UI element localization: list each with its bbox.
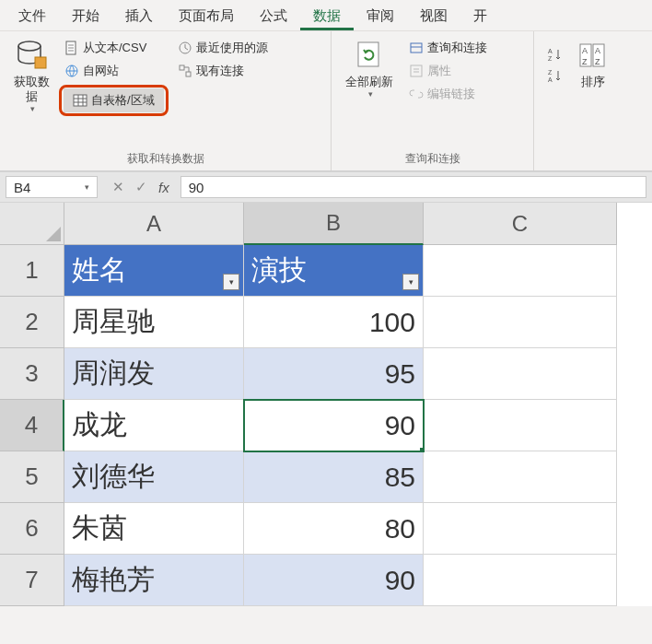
select-all-corner[interactable]	[0, 203, 64, 245]
cell-c5[interactable]	[424, 451, 617, 503]
cell-c1[interactable]	[424, 245, 617, 297]
fx-icon[interactable]: fx	[158, 180, 169, 195]
cell-c3[interactable]	[424, 348, 617, 400]
svg-point-0	[18, 41, 41, 51]
svg-text:A: A	[548, 48, 553, 54]
cell-c7[interactable]	[424, 555, 617, 606]
name-box-value: B4	[14, 180, 30, 195]
get-data-button[interactable]: 获取数 据 ▾	[6, 35, 57, 148]
table-header-score[interactable]: 演技 ▾	[244, 245, 424, 297]
cancel-icon[interactable]: ✕	[112, 179, 124, 195]
from-text-csv-label: 从文本/CSV	[83, 40, 146, 56]
tab-data[interactable]: 数据	[300, 0, 354, 30]
ribbon-group-queries: 全部刷新 ▾ 查询和连接 属性 编辑链接 查询和连接	[332, 31, 534, 170]
tab-review[interactable]: 审阅	[354, 0, 407, 30]
tab-view[interactable]: 视图	[407, 0, 460, 30]
refresh-all-label: 全部刷新	[345, 75, 393, 89]
from-web-label: 自网站	[83, 63, 119, 79]
formula-bar-row: B4 ▾ ✕ ✓ fx 90	[0, 171, 652, 203]
sort-desc-icon: ZA	[547, 68, 562, 83]
col-header-c[interactable]: C	[424, 203, 617, 245]
sort-button[interactable]: AZAZ 排序	[569, 35, 617, 164]
cell-a4[interactable]: 成龙	[64, 400, 244, 451]
row-header-5[interactable]: 5	[0, 451, 64, 503]
cell-a2[interactable]: 周星驰	[64, 297, 244, 348]
chevron-down-icon: ▾	[30, 104, 35, 113]
sort-asc-button[interactable]: AZ	[541, 44, 567, 64]
table-header-name-label: 姓名	[72, 252, 127, 289]
recent-sources-label: 最近使用的源	[196, 40, 268, 56]
chevron-down-icon[interactable]: ▾	[85, 182, 89, 192]
queries-connections-button[interactable]: 查询和连接	[403, 37, 493, 59]
row-header-4[interactable]: 4	[0, 400, 64, 451]
sort-label: 排序	[581, 75, 605, 89]
refresh-all-button[interactable]: 全部刷新 ▾	[337, 35, 402, 148]
recent-sources-button[interactable]: 最近使用的源	[172, 37, 274, 59]
group-get-transform-label: 获取和转换数据	[6, 148, 325, 170]
properties-button: 属性	[403, 60, 493, 82]
cell-a5[interactable]: 刘德华	[64, 451, 244, 503]
cell-b4[interactable]: 90	[244, 400, 424, 451]
ribbon: 获取数 据 ▾ 从文本/CSV 自网站 自表格/区域	[0, 31, 652, 171]
group-sort-label	[540, 164, 617, 170]
svg-text:A: A	[582, 46, 588, 55]
tab-insert[interactable]: 插入	[112, 0, 166, 30]
cell-b3[interactable]: 95	[244, 348, 424, 400]
tab-file[interactable]: 文件	[6, 0, 59, 30]
file-icon	[64, 41, 79, 55]
from-text-csv-button[interactable]: 从文本/CSV	[59, 37, 169, 59]
from-table-range-button[interactable]: 自表格/区域	[64, 88, 164, 112]
edit-links-label: 编辑链接	[427, 86, 475, 102]
enter-icon[interactable]: ✓	[135, 179, 147, 195]
name-box[interactable]: B4 ▾	[6, 176, 98, 198]
filter-dropdown-icon[interactable]: ▾	[223, 274, 239, 290]
tab-more[interactable]: 开	[460, 0, 500, 30]
svg-text:Z: Z	[548, 69, 553, 76]
cell-c6[interactable]	[424, 503, 617, 555]
svg-text:Z: Z	[582, 57, 588, 66]
svg-rect-9	[411, 43, 422, 53]
tab-layout[interactable]: 页面布局	[166, 0, 247, 30]
col-header-b[interactable]: B	[244, 203, 424, 245]
queries-connections-label: 查询和连接	[427, 40, 487, 56]
filter-dropdown-icon[interactable]: ▾	[402, 274, 419, 290]
row-header-6[interactable]: 6	[0, 503, 64, 555]
ribbon-group-sort: AZ ZA AZAZ 排序	[534, 31, 623, 170]
col-header-a[interactable]: A	[64, 203, 244, 245]
cell-a3[interactable]: 周润发	[64, 348, 244, 400]
properties-icon	[409, 64, 424, 78]
sort-asc-icon: AZ	[547, 47, 562, 62]
svg-text:Z: Z	[595, 57, 600, 66]
cell-b7[interactable]: 90	[244, 555, 424, 606]
row-header-3[interactable]: 3	[0, 348, 64, 400]
formula-bar-input[interactable]: 90	[180, 176, 646, 198]
tab-home[interactable]: 开始	[59, 0, 112, 30]
cell-b2[interactable]: 100	[244, 297, 424, 348]
table-icon	[73, 93, 87, 108]
svg-rect-6	[180, 65, 184, 70]
cell-b5[interactable]: 85	[244, 451, 424, 503]
cell-c2[interactable]	[424, 297, 617, 348]
tab-formulas[interactable]: 公式	[247, 0, 300, 30]
svg-rect-4	[74, 95, 87, 106]
sort-desc-button[interactable]: ZA	[541, 65, 567, 86]
cell-b6[interactable]: 80	[244, 503, 424, 555]
row-header-7[interactable]: 7	[0, 555, 64, 606]
table-header-score-label: 演技	[251, 252, 307, 289]
globe-icon	[64, 64, 79, 78]
cell-a6[interactable]: 朱茵	[64, 503, 244, 555]
cell-a7[interactable]: 梅艳芳	[64, 555, 244, 606]
existing-connections-button[interactable]: 现有连接	[172, 60, 274, 82]
svg-text:Z: Z	[548, 55, 553, 62]
grid: A B C 1 姓名 ▾ 演技 ▾ 2 周星驰 100 3 周润发 95 4 成…	[0, 203, 652, 606]
from-web-button[interactable]: 自网站	[59, 60, 169, 82]
row-header-1[interactable]: 1	[0, 245, 64, 297]
ribbon-group-get-transform: 获取数 据 ▾ 从文本/CSV 自网站 自表格/区域	[0, 31, 332, 170]
edit-links-button: 编辑链接	[403, 83, 493, 105]
row-header-2[interactable]: 2	[0, 297, 64, 348]
edit-links-icon	[409, 87, 424, 101]
table-header-name[interactable]: 姓名 ▾	[64, 245, 244, 297]
cell-c4[interactable]	[424, 400, 617, 451]
existing-connections-label: 现有连接	[196, 63, 244, 79]
group-queries-label: 查询和连接	[337, 148, 528, 170]
